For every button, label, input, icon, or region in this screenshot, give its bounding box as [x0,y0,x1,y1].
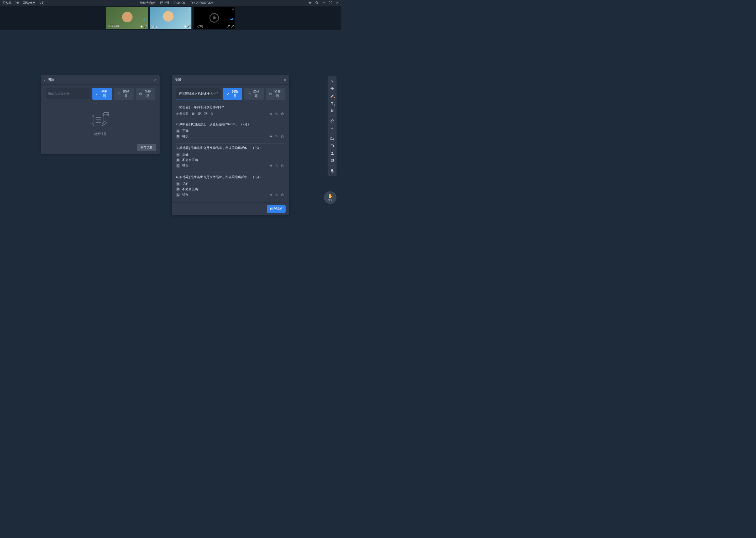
question-option: A正确 [176,129,284,133]
video-close-icon[interactable]: × [232,8,234,11]
hand-count: 0/2 [328,198,332,201]
scissors-tool-icon[interactable] [328,107,336,114]
move-tool-icon[interactable] [328,85,336,92]
back-icon[interactable]: ‹ [44,78,45,82]
video-close-icon[interactable]: × [189,8,190,11]
save-quiz-button[interactable]: 保存试卷 [267,205,286,213]
question-option: A正确 [176,152,284,157]
option-text: 正确 [182,129,188,133]
question-option: B错误✥✎🗑 [176,134,284,139]
add-judge-button[interactable]: 判断题 [223,88,242,100]
add-choice-button[interactable]: 选择题 [244,88,263,100]
option-letter: A [176,153,180,157]
edit-icon[interactable]: ✎ [275,164,278,168]
question-item: 1 [简答题] 一年四季分别是哪四季?参考答案：春、夏、秋、冬✥✎🗑 [176,103,284,120]
video-tile-student[interactable]: × 王小明 🎤🎤 [193,7,235,29]
option-letter: C [176,164,180,168]
close-icon[interactable]: × [154,78,157,82]
option-letter: C [176,193,180,197]
video-name: 叮当老师 [107,24,119,28]
save-quiz-button[interactable]: 保存试卷 [137,144,156,151]
edit-icon[interactable]: ✎ [275,112,278,116]
edit-icon[interactable]: ✎ [275,134,278,138]
move-icon[interactable]: ✥ [269,112,272,116]
question-option: C错误✥✎🗑 [176,192,284,197]
question-item: 2 [判断题] 我国宪法上一次更新是在2020年。 （2分）A正确B错误✥✎🗑 [176,120,284,144]
option-letter: A [176,182,180,186]
minimize-icon[interactable] [322,1,325,5]
question-title: 2 [判断题] 我国宪法上一次更新是在2020年。 （2分） [176,122,284,127]
svg-point-18 [332,152,333,153]
folder-tool-icon[interactable] [328,135,336,142]
move-icon[interactable]: ✥ [269,193,272,197]
question-option: B不完全正确 [176,158,284,162]
chat-tool-icon[interactable] [328,157,336,164]
reference-answer: 参考答案：春、夏、秋、冬✥✎🗑 [176,112,284,116]
hand-icon: ✋ [328,194,333,198]
add-short-answer-button[interactable]: 简答题 [266,88,285,100]
packet-loss: 丢包率：0% [2,1,19,5]
move-icon[interactable]: ✥ [269,134,272,138]
question-item: 4 [多选题] 施华洛世奇是反华品牌，所以梁鼎琪反华。 （2分）A是的B不完全正… [176,173,284,202]
side-toolbar [328,76,337,176]
bell-tool-icon[interactable] [328,167,336,174]
pen-tool-icon[interactable] [328,92,336,99]
svg-point-9 [105,114,105,115]
close-icon[interactable] [336,1,339,5]
settings-icon[interactable] [315,1,319,5]
option-text: 正确 [182,152,188,157]
quiz-panel-filled: 测验 × 判断题 选择题 简答题 1 [简答题] 一年四季分别是哪四季?参考答案… [172,75,289,215]
svg-point-10 [106,114,106,115]
close-icon[interactable]: × [284,78,286,82]
add-judge-button[interactable]: 判断题 [92,88,112,100]
add-choice-button[interactable]: 选择题 [114,88,134,100]
option-letter: B [176,187,180,191]
raise-hand-button[interactable]: ✋ 0/2 [324,191,337,204]
network-status: 网络状态：良好 [23,1,45,5]
panel-title: 测验 [175,78,182,82]
move-icon[interactable]: ✥ [269,164,272,168]
option-text: 错误 [182,134,188,139]
svg-rect-0 [323,2,325,3]
video-tile-student[interactable]: × Nina ◉🎤 [150,7,192,29]
delete-icon[interactable]: 🗑 [281,193,284,197]
quiz-name-input[interactable] [176,88,221,100]
quiz-panel-empty: ‹ 测验 × 判断题 选择题 简答题 暂无试题 保存试卷 [41,75,160,154]
delete-icon[interactable]: 🗑 [281,112,284,116]
svg-point-11 [107,114,108,115]
empty-text: 暂无试题 [45,132,155,136]
text-tool-icon[interactable] [328,100,336,107]
svg-rect-3 [139,93,141,95]
question-title: 1 [简答题] 一年四季分别是哪四季? [176,105,284,110]
delete-icon[interactable]: 🗑 [281,134,284,138]
top-bar: 丢包率：0% 网络状态：良好 神秘大自然 已上课：02:34:09 ID：202… [0,0,341,6]
svg-point-13 [249,93,250,94]
webcam-off-icon [210,13,219,23]
cursor-tool-icon[interactable] [328,78,336,84]
option-text: 错误 [182,163,188,168]
question-title: 3 [单选题] 施华洛世奇是反华品牌，所以梁鼎琪反华。 （2分） [176,146,284,150]
delete-icon[interactable]: 🗑 [281,164,284,168]
widgets-tool-icon[interactable] [328,142,336,149]
person-tool-icon[interactable] [328,150,336,157]
camera-icon[interactable] [308,1,312,5]
fullscreen-icon[interactable] [329,1,332,5]
option-letter: B [176,134,180,139]
question-option: B不完全正确 [176,187,284,191]
video-tile-teacher[interactable]: 叮当老师 ◉🎤 [106,7,148,29]
session-id: ID：2020070324 [190,1,214,5]
add-short-answer-button[interactable]: 简答题 [136,88,155,100]
color-tool-icon[interactable] [328,125,336,132]
svg-point-21 [332,160,333,160]
video-name: Nina [151,25,157,28]
svg-rect-16 [331,145,333,147]
video-name: 王小明 [195,24,203,28]
question-list[interactable]: 1 [简答题] 一年四季分别是哪四季?参考答案：春、夏、秋、冬✥✎🗑2 [判断题… [176,103,285,215]
svg-rect-14 [269,93,272,95]
option-text: 不完全正确 [182,158,198,162]
option-text: 不完全正确 [182,187,198,191]
quiz-name-input[interactable] [45,88,90,100]
video-strip: 叮当老师 ◉🎤 × Nina ◉🎤 × 王小明 🎤🎤 [0,6,341,30]
edit-icon[interactable]: ✎ [275,193,278,197]
eraser-tool-icon[interactable] [328,117,336,124]
